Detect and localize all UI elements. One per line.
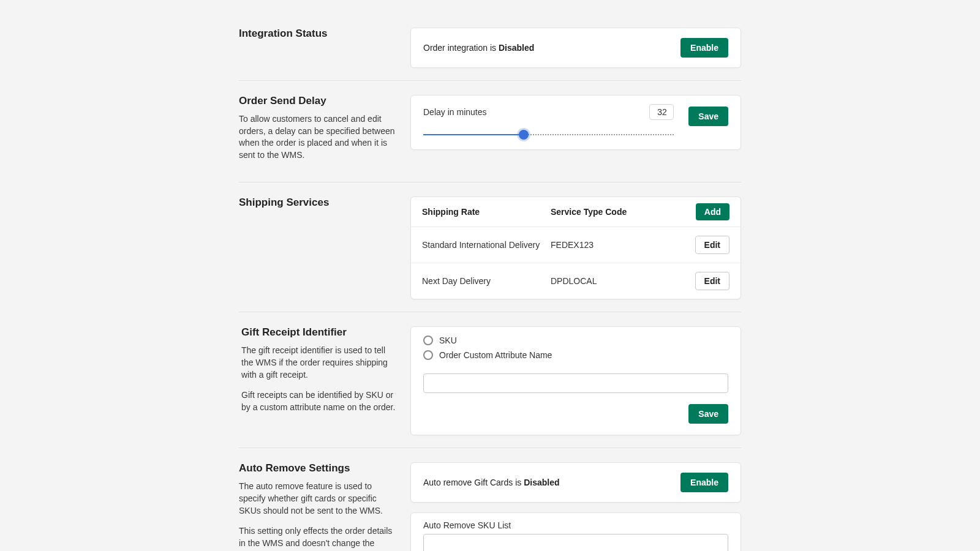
shipping-header-code: Service Type Code xyxy=(551,207,687,217)
auto-desc1: The auto remove feature is used to speci… xyxy=(239,481,398,517)
section-order-send-delay: Order Send Delay To allow customers to c… xyxy=(239,92,741,182)
auto-status-text: Auto remove Gift Cards is Disabled xyxy=(423,478,560,487)
gift-radio-attr-label: Order Custom Attribute Name xyxy=(439,350,552,360)
gift-radio-sku-label: SKU xyxy=(439,335,457,345)
auto-enable-button[interactable]: Enable xyxy=(680,473,728,492)
shipping-title: Shipping Services xyxy=(239,197,398,209)
gift-radio-attr[interactable]: Order Custom Attribute Name xyxy=(423,350,728,360)
auto-status-value: Disabled xyxy=(524,478,559,487)
gift-identifier-input[interactable] xyxy=(423,373,728,393)
gift-title: Gift Receipt Identifier xyxy=(241,326,398,339)
delay-save-button[interactable]: Save xyxy=(688,107,728,126)
radio-icon xyxy=(423,350,433,360)
integration-status-text: Order integration is Disabled xyxy=(423,43,534,53)
section-integration-status: Integration Status Order integration is … xyxy=(239,24,741,81)
shipping-edit-button[interactable]: Edit xyxy=(695,272,729,290)
delay-slider[interactable] xyxy=(423,129,674,141)
shipping-table-header: Shipping Rate Service Type Code Add xyxy=(411,197,741,227)
auto-status-prefix: Auto remove Gift Cards is xyxy=(423,478,524,487)
auto-sku-input[interactable] xyxy=(423,534,728,551)
shipping-rate-cell: Standard International Delivery xyxy=(422,240,551,250)
shipping-rate-cell: Next Day Delivery xyxy=(422,276,551,286)
auto-desc2: This setting only effects the order deta… xyxy=(239,525,398,551)
delay-label: Delay in minutes xyxy=(423,107,487,117)
shipping-code-cell: FEDEX123 xyxy=(551,240,687,250)
gift-desc1: The gift receipt identifier is used to t… xyxy=(241,345,398,381)
delay-slider-thumb[interactable] xyxy=(519,130,529,140)
auto-title: Auto Remove Settings xyxy=(239,462,398,474)
section-auto-remove: Auto Remove Settings The auto remove fea… xyxy=(239,459,741,551)
shipping-add-button[interactable]: Add xyxy=(696,203,729,220)
shipping-code-cell: DPDLOCAL xyxy=(551,276,687,286)
gift-save-button[interactable]: Save xyxy=(688,404,728,424)
order-delay-desc: To allow customers to cancel and edit or… xyxy=(239,113,398,161)
enable-integration-button[interactable]: Enable xyxy=(680,38,728,58)
order-delay-title: Order Send Delay xyxy=(239,95,398,107)
auto-sku-label: Auto Remove SKU List xyxy=(423,520,728,530)
section-shipping-services: Shipping Services Shipping Rate Service … xyxy=(239,193,741,312)
shipping-row: Next Day Delivery DPDLOCAL Edit xyxy=(411,263,741,299)
shipping-edit-button[interactable]: Edit xyxy=(695,236,729,254)
shipping-header-rate: Shipping Rate xyxy=(422,207,551,217)
delay-value-box[interactable]: 32 xyxy=(649,104,674,120)
integration-status-prefix: Order integration is xyxy=(423,43,499,53)
gift-desc2: Gift receipts can be identified by SKU o… xyxy=(241,389,398,413)
integration-status-title: Integration Status xyxy=(239,28,398,40)
shipping-row: Standard International Delivery FEDEX123… xyxy=(411,227,741,263)
section-gift-receipt: Gift Receipt Identifier The gift receipt… xyxy=(239,323,741,448)
radio-icon xyxy=(423,335,433,345)
integration-status-value: Disabled xyxy=(499,43,534,53)
gift-radio-sku[interactable]: SKU xyxy=(423,335,728,345)
